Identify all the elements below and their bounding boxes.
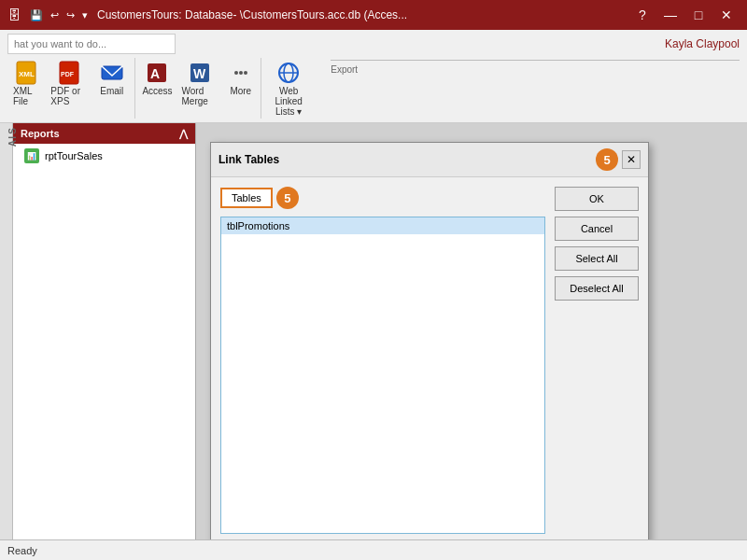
close-btn[interactable]: ✕ [713, 4, 740, 26]
reports-nav-items: 📊 rptTourSales [13, 144, 195, 168]
svg-point-9 [234, 71, 238, 75]
pdf-xps-btn[interactable]: PDF PDF or XPS [45, 58, 92, 108]
nav-item-rpttoursales[interactable]: 📊 rptTourSales [13, 146, 195, 166]
report-icon: 📊 [24, 148, 39, 163]
status-bar: Ready [0, 539, 747, 560]
nav-area: S I A Reports ⋀ 📊 rptTourSales [0, 123, 195, 539]
export-group-items: XML XML File PDF PDF or XPS [7, 58, 312, 119]
tables-tab-label: Tables [232, 192, 261, 203]
svg-text:XML: XML [19, 70, 35, 78]
ribbon-content: XML XML File PDF PDF or XPS [7, 54, 740, 122]
word-merge-label: Word Merge [181, 86, 218, 106]
dialog-help-badge: 5 [596, 148, 618, 171]
email-btn[interactable]: Email [93, 58, 131, 98]
nav-item-rpttoursales-label: rptTourSales [45, 150, 103, 161]
reports-section-label: Reports [21, 128, 60, 139]
web-linked-lists-btn[interactable]: Web Linked Lists ▾ [265, 58, 312, 119]
ribbon-search-area [7, 34, 176, 54]
access-label: Access [142, 86, 172, 96]
ribbon-divider-2 [261, 58, 261, 119]
deselect-all-button[interactable]: Deselect All [555, 276, 639, 301]
xml-file-label: XML File [13, 86, 39, 106]
ribbon-user: Kayla Claypool [665, 37, 740, 50]
access-btn[interactable]: A Access [138, 58, 176, 98]
minimize-btn[interactable]: — [657, 4, 684, 26]
dialog-tabs: Tables 5 [220, 187, 545, 209]
word-icon: W [185, 60, 215, 86]
pdf-label: PDF or XPS [50, 86, 87, 106]
qat-dropdown-btn[interactable]: ▾ [82, 9, 88, 21]
svg-text:W: W [193, 66, 206, 81]
reports-section-header[interactable]: Reports ⋀ [13, 123, 195, 144]
main-content: S I A Reports ⋀ 📊 rptTourSales [0, 123, 747, 539]
more-btn[interactable]: More [224, 58, 257, 98]
xml-file-btn[interactable]: XML XML File [7, 58, 45, 108]
search-input[interactable] [7, 34, 176, 54]
app-icon: 🗄 💾 ↩ ↪ ▾ [7, 7, 90, 22]
svg-text:PDF: PDF [61, 71, 75, 77]
tab-step-badge: 5 [276, 187, 299, 209]
dialog-body: Tables 5 tblPromotions OK Cancel [211, 177, 648, 539]
svg-point-10 [239, 71, 243, 75]
xml-icon: XML [11, 60, 41, 86]
more-label: More [230, 86, 251, 96]
link-tables-dialog: Link Tables 5 ✕ Tables [210, 142, 649, 539]
list-item-tblpromotions[interactable]: tblPromotions [221, 217, 544, 234]
tables-tab[interactable]: Tables [220, 188, 273, 208]
title-bar: 🗄 💾 ↩ ↪ ▾ CustomersTours: Database- \Cus… [0, 0, 747, 30]
cancel-button[interactable]: Cancel [555, 217, 639, 241]
email-label: Email [100, 86, 123, 96]
select-all-button[interactable]: Select All [555, 246, 639, 271]
nav-letter-a: A [0, 139, 15, 147]
web-linked-lists-label: Web Linked Lists ▾ [271, 86, 306, 117]
dialog-title: Link Tables [218, 153, 279, 166]
window-title: CustomersTours: Database- \CustomersTour… [97, 8, 407, 21]
dialog-left-panel: Tables 5 tblPromotions [220, 187, 545, 534]
pdf-icon: PDF [54, 60, 84, 86]
word-merge-btn[interactable]: W Word Merge [176, 58, 224, 108]
svg-text:A: A [150, 66, 160, 81]
reports-section-collapse-icon: ⋀ [179, 128, 188, 140]
left-panel: S I A Reports ⋀ 📊 rptTourSales [0, 123, 196, 539]
status-text: Ready [7, 545, 37, 556]
help-btn[interactable]: ? [629, 4, 655, 26]
svg-point-11 [244, 71, 247, 75]
web-icon [274, 60, 303, 86]
redo-qat-btn[interactable]: ↪ [66, 9, 75, 21]
dialog-buttons-panel: OK Cancel Select All Deselect All [555, 187, 639, 534]
export-group-label: Export [331, 64, 358, 75]
email-icon [97, 60, 127, 86]
window-controls: ? — □ ✕ [629, 4, 740, 26]
right-panel: Link Tables 5 ✕ Tables [196, 123, 747, 539]
maximize-btn[interactable]: □ [685, 4, 712, 26]
more-icon [226, 60, 256, 86]
list-item-label: tblPromotions [227, 220, 289, 231]
nav-letter-s: S [0, 127, 15, 135]
undo-qat-btn[interactable]: ↩ [50, 9, 59, 21]
help-step-badge: 5 [596, 148, 618, 171]
access-icon: A [142, 60, 172, 86]
tables-listbox[interactable]: tblPromotions [220, 217, 545, 534]
ribbon: Kayla Claypool XML XML File PDF [0, 30, 747, 123]
dialog-close-btn[interactable]: ✕ [622, 150, 641, 169]
save-qat-btn[interactable]: 💾 [30, 9, 43, 21]
dialog-titlebar: Link Tables 5 ✕ [211, 143, 648, 177]
ok-button[interactable]: OK [555, 187, 639, 211]
ribbon-divider-1 [134, 58, 135, 119]
